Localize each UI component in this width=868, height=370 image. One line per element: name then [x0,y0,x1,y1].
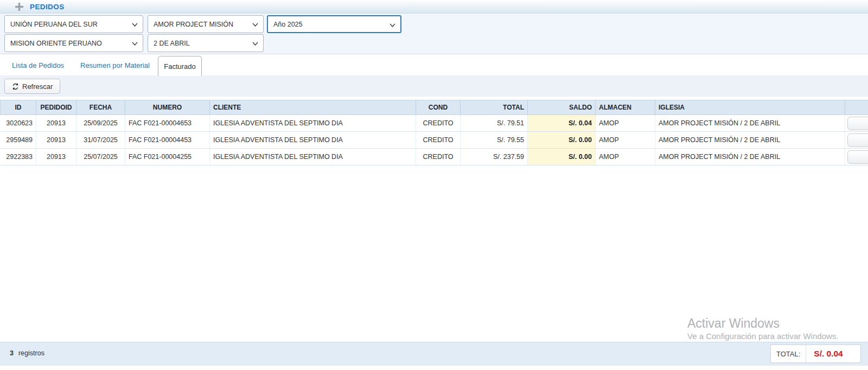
mission-select[interactable]: AMOR PROJECT MISIÓN [148,15,264,33]
total-label: TOTAL: [771,345,806,362]
church-select[interactable]: 2 DE ABRIL [148,34,264,52]
union-select[interactable]: UNIÓN PERUANA DEL SUR [4,15,143,33]
cell-actions [845,115,868,132]
cell-cond: CREDITO [416,149,461,165]
cell-total: S/. 237.59 [461,149,528,165]
cell-cond: CREDITO [416,132,461,149]
district-select-value: MISION ORIENTE PERUANO [10,40,102,47]
column-header-almacen[interactable]: ALMACEN [596,100,655,115]
footer-bar: 3registros TOTAL: S/. 0.04 [0,342,868,366]
total-box: TOTAL: S/. 0.04 [770,345,861,363]
record-count: 3registros [10,349,44,357]
cell-total: S/. 79.51 [461,115,528,132]
column-header-total[interactable]: TOTAL [461,100,528,115]
table-row[interactable]: 3020623 20913 25/09/2025 FAC F021-000046… [1,115,868,132]
refresh-button[interactable]: Refrescar [4,79,60,94]
cell-iglesia: AMOR PROJECT MISIÓN / 2 DE ABRIL [655,132,845,149]
column-header-iglesia[interactable]: IGLESIA [655,100,845,115]
toolbar: Refrescar [0,75,868,97]
add-icon[interactable] [15,3,23,11]
column-header-pedidoid[interactable]: PEDIDOID [36,100,76,115]
row-action-button[interactable] [847,133,868,147]
refresh-icon [12,83,19,90]
row-action-button[interactable] [847,150,868,164]
district-select[interactable]: MISION ORIENTE PERUANO [4,34,143,52]
cell-almacen: AMOP [596,115,655,132]
chevron-down-icon [252,23,258,27]
tab-facturado[interactable]: Facturado [158,56,202,76]
mission-select-value: AMOR PROJECT MISIÓN [154,21,233,28]
year-select[interactable]: Año 2025 [267,15,401,33]
table-row[interactable]: 2959489 20913 31/07/2025 FAC F021-000044… [1,132,868,149]
church-select-value: 2 DE ABRIL [154,40,190,47]
cell-iglesia: AMOR PROJECT MISIÓN / 2 DE ABRIL [655,149,845,165]
year-select-value: Año 2025 [273,21,303,28]
cell-cliente: IGLESIA ADVENTISTA DEL SEPTIMO DIA [210,149,416,165]
cell-almacen: AMOP [596,132,655,149]
cell-iglesia: AMOR PROJECT MISIÓN / 2 DE ABRIL [655,115,845,132]
cell-numero: FAC F021-00004255 [125,149,210,165]
table-header-row: ID PEDIDOID FECHA NUMERO CLIENTE COND TO… [1,100,868,115]
cell-actions [845,149,868,165]
cell-cliente: IGLESIA ADVENTISTA DEL SEPTIMO DIA [210,115,416,132]
column-header-saldo[interactable]: SALDO [528,100,596,115]
tab-facturado-label: Facturado [164,62,196,71]
cell-pedidoid: 20913 [36,149,76,165]
windows-activation-watermark-title: Activar Windows [687,316,780,331]
column-header-actions [845,100,868,115]
column-header-cond[interactable]: COND [416,100,461,115]
cell-total: S/. 79.55 [461,132,528,149]
total-value: S/. 0.04 [806,345,860,362]
chevron-down-icon [132,42,138,46]
cell-fecha: 25/09/2025 [76,115,125,132]
title-bar: PEDIDOS [0,0,868,14]
cell-numero: FAC F021-00004653 [125,115,210,132]
refresh-button-label: Refrescar [22,82,53,91]
cell-saldo: S/. 0.04 [528,115,596,132]
cell-fecha: 31/07/2025 [76,132,125,149]
tab-lista-de-pedidos[interactable]: Lista de Pedidos [12,61,64,69]
cell-saldo: S/. 0.00 [528,132,596,149]
record-count-number: 3 [10,349,14,357]
cell-id: 3020623 [1,115,36,132]
column-header-id[interactable]: ID [1,100,36,115]
column-header-cliente[interactable]: CLIENTE [210,100,416,115]
cell-cond: CREDITO [416,115,461,132]
filter-panel: UNIÓN PERUANA DEL SUR AMOR PROJECT MISIÓ… [0,14,868,54]
page-title: PEDIDOS [30,3,65,11]
windows-activation-watermark-subtitle: Ve a Configuración para activar Windows. [687,331,838,341]
cell-numero: FAC F021-00004453 [125,132,210,149]
cell-saldo: S/. 0.00 [528,149,596,165]
column-header-numero[interactable]: NUMERO [125,100,210,115]
chevron-down-icon [390,23,395,27]
cell-id: 2922383 [1,149,36,165]
column-header-fecha[interactable]: FECHA [76,100,125,115]
chevron-down-icon [252,42,258,46]
cell-actions [845,132,868,149]
invoices-table: ID PEDIDOID FECHA NUMERO CLIENTE COND TO… [0,100,868,165]
cell-pedidoid: 20913 [36,132,76,149]
cell-cliente: IGLESIA ADVENTISTA DEL SEPTIMO DIA [210,132,416,149]
cell-fecha: 25/07/2025 [76,149,125,165]
cell-pedidoid: 20913 [36,115,76,132]
cell-almacen: AMOP [596,149,655,165]
row-action-button[interactable] [847,117,868,130]
tabs-bar: Lista de Pedidos Resumen por Material Fa… [0,54,868,75]
chevron-down-icon [132,23,138,27]
cell-id: 2959489 [1,132,36,149]
table-row[interactable]: 2922383 20913 25/07/2025 FAC F021-000042… [1,149,868,165]
tab-resumen-por-material[interactable]: Resumen por Material [80,61,150,69]
union-select-value: UNIÓN PERUANA DEL SUR [10,21,98,28]
record-count-label: registros [18,349,44,357]
